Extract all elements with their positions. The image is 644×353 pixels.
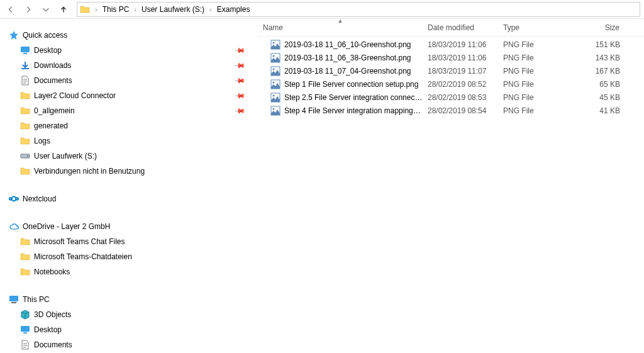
file-size: 65 KB [574,80,625,89]
sidebar-item[interactable]: Microsoft Teams Chat Files [6,234,258,249]
file-type: PNG File [498,53,574,62]
document-icon [20,76,30,86]
pin-icon: 📌 [233,104,245,116]
breadcrumb-folder[interactable]: Examples [214,4,253,15]
pin-icon: 📌 [233,44,245,56]
sidebar-item-label: Layer2 Cloud Connector [34,91,116,100]
sidebar-item-label: Microsoft Teams Chat Files [34,237,125,246]
file-date: 18/03/2019 11:06 [423,40,498,49]
sidebar-item-label: Quick access [23,31,67,40]
sidebar-item[interactable]: User Laufwerk (S:) [6,148,258,164]
sidebar-item-label: Documents [34,76,72,85]
pin-icon: 📌 [233,59,245,71]
sidebar-item-label: generated [34,121,68,130]
column-header-name[interactable]: Name [258,23,423,32]
recent-locations-button[interactable] [39,3,53,16]
sidebar-item[interactable]: Desktop📌 [6,43,258,58]
image-file-icon [270,106,280,116]
arrow-up-icon [59,5,68,14]
folder-icon [20,237,30,247]
sidebar-item[interactable]: Layer2 Cloud Connector📌 [6,88,258,103]
file-date: 18/03/2019 11:06 [423,53,498,62]
sidebar-item-label: Documents [34,340,72,349]
file-size: 143 KB [574,53,625,62]
file-row[interactable]: 2019-03-18 11_06_38-Greenshot.png18/03/2… [258,51,644,64]
folder-icon [20,106,30,116]
chevron-right-icon[interactable]: › [208,6,213,13]
sidebar-item-quick-access[interactable]: Quick access [6,28,258,43]
sidebar-item-this-pc[interactable]: This PC [6,292,258,307]
file-type: PNG File [498,80,574,89]
image-file-icon [270,92,280,103]
folder-icon [20,252,30,262]
file-row[interactable]: Step 2.5 File Server integration connect… [258,91,644,104]
sidebar-item[interactable]: Verbindungen nicht in Benutzung [6,164,258,179]
sidebar-item[interactable]: 0_allgemein📌 [6,103,258,118]
folder-icon [20,136,30,146]
file-size: 45 KB [574,93,625,102]
chevron-right-icon[interactable]: › [94,6,99,13]
sidebar-item[interactable]: Logs [6,133,258,148]
image-file-icon [270,53,280,63]
sort-indicator-icon: ▲ [258,19,423,23]
address-bar[interactable]: › This PC › User Laufwerk (S:) › Example… [77,2,640,17]
forward-button[interactable] [21,3,35,16]
sidebar-item[interactable]: Notebooks [6,264,258,279]
image-file-icon [270,66,280,76]
up-button[interactable] [57,3,70,16]
sidebar-item-label: Verbindungen nicht in Benutzung [34,167,145,176]
desktop-icon [20,325,30,335]
file-list[interactable]: 2019-03-18 11_06_10-Greenshot.png18/03/2… [258,36,644,117]
file-date: 28/02/2019 08:54 [423,106,498,115]
chevron-right-icon[interactable]: › [133,6,138,13]
file-size: 41 KB [574,106,625,115]
arrow-right-icon [24,5,33,14]
arrow-left-icon [6,5,15,14]
pin-icon: 📌 [233,89,245,101]
nextcloud-icon [9,194,19,204]
cloud-icon [9,221,19,232]
file-row[interactable]: 2019-03-18 11_06_10-Greenshot.png18/03/2… [258,38,644,51]
column-header-size[interactable]: Size [574,23,625,32]
file-row[interactable]: 2019-03-18 11_07_04-Greenshot.png18/03/2… [258,64,644,77]
star-icon [9,30,19,40]
sidebar-item[interactable]: Documents [6,337,258,352]
file-type: PNG File [498,93,574,102]
sidebar-item-label: This PC [23,295,50,304]
file-name: Step 4 File Server integration mapping.p… [284,106,423,115]
file-date: 28/02/2019 08:53 [423,93,498,102]
pin-icon: 📌 [233,74,245,86]
sidebar-item-label: Nextcloud [23,194,56,203]
breadcrumb-drive[interactable]: User Laufwerk (S:) [139,4,207,15]
image-file-icon [270,40,280,50]
folder-icon [80,4,90,14]
sidebar-item[interactable]: Desktop [6,322,258,337]
sidebar-item-label: Downloads [34,61,71,70]
sidebar-item[interactable]: Microsoft Teams-Chatdateien [6,249,258,264]
column-header-label: Size [605,23,619,32]
sidebar-item-onedrive[interactable]: OneDrive - Layer 2 GmbH [6,219,258,234]
folder-icon [20,91,30,101]
file-row[interactable]: Step 1 File Server connection setup.png2… [258,77,644,91]
navigation-pane[interactable]: Quick access Desktop📌Downloads📌Documents… [0,19,258,353]
column-header-type[interactable]: Type [498,23,574,32]
pc-icon [9,294,19,305]
download-icon [20,60,30,70]
file-row[interactable]: Step 4 File Server integration mapping.p… [258,104,644,117]
sidebar-item[interactable]: 3D Objects [6,307,258,322]
sidebar-item-label: 3D Objects [34,310,71,319]
column-header-label: Type [503,23,519,32]
back-button[interactable] [4,3,18,16]
file-date: 28/02/2019 08:52 [423,80,498,89]
breadcrumb-this-pc[interactable]: This PC [100,4,132,15]
sidebar-item-label: OneDrive - Layer 2 GmbH [23,222,110,231]
file-type: PNG File [498,106,574,115]
file-size: 151 KB [574,40,625,49]
sidebar-item[interactable]: Documents📌 [6,73,258,88]
sidebar-item[interactable]: generated [6,118,258,133]
sidebar-item-nextcloud[interactable]: Nextcloud [6,191,258,206]
sidebar-item[interactable]: Downloads📌 [6,58,258,73]
column-header-date[interactable]: Date modified [423,23,498,32]
folder-icon [20,166,30,176]
file-list-pane: ▲ Name Date modified Type Size 2019-03-1… [258,19,644,353]
